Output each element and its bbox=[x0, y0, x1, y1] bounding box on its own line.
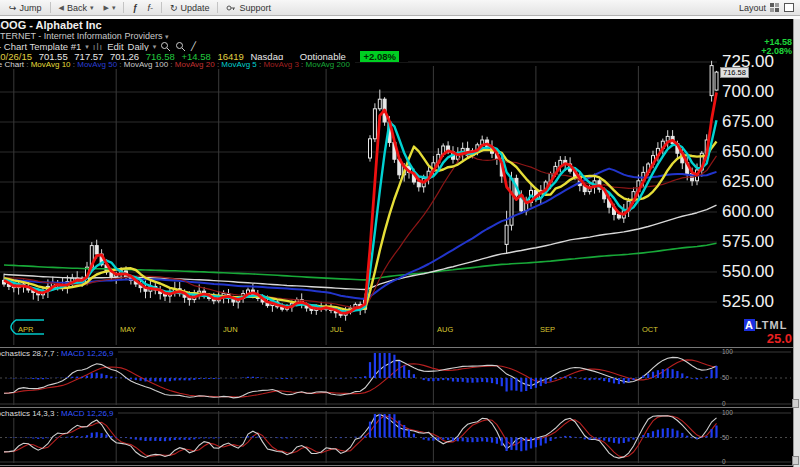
formula-button[interactable]: ƒ bbox=[127, 2, 142, 14]
chart-canvas[interactable] bbox=[0, 19, 793, 467]
panel-tick-label: 100 bbox=[722, 348, 733, 355]
month-label: SEP bbox=[540, 325, 555, 334]
legend-item[interactable]: MovAvg 20 bbox=[175, 60, 215, 69]
toolbar-separator bbox=[123, 2, 124, 13]
main-toolbar: ↪ Jump ◀ Back ▾ ▶ ▾ ƒ f- ↻ Update bbox=[0, 0, 800, 16]
legend-item[interactable]: MovAvg 5 bbox=[221, 60, 256, 69]
toolbar-separator bbox=[161, 2, 162, 13]
support-button[interactable]: Support bbox=[221, 2, 276, 14]
layout-single-icon[interactable] bbox=[784, 3, 794, 12]
sector-dropdown[interactable]: INTERNET - Internet Information Provider… bbox=[0, 31, 173, 41]
scale-buttons: ALTML bbox=[744, 319, 788, 331]
toolbar-separator bbox=[217, 2, 218, 13]
price-axis-label: 700.00 bbox=[722, 82, 774, 102]
panel-tick-label: 0 bbox=[722, 400, 726, 407]
panel-tick-label: 50 bbox=[722, 374, 729, 381]
gridlines bbox=[0, 62, 791, 463]
legend-separator: : bbox=[168, 60, 175, 69]
forward-button[interactable]: ▶ ▾ bbox=[98, 3, 120, 13]
price-axis-label: 650.00 bbox=[722, 142, 774, 162]
toolbar-separator bbox=[50, 2, 51, 13]
month-label: JUL bbox=[330, 325, 343, 334]
period-dropdown-icon: ▾ bbox=[153, 43, 157, 51]
candles bbox=[3, 61, 719, 321]
month-label: MAY bbox=[120, 325, 136, 334]
scale-button-l4[interactable]: L bbox=[780, 319, 788, 331]
sector-dropdown-icon: ▾ bbox=[165, 33, 169, 40]
panel2-scroll-handle[interactable] bbox=[792, 456, 799, 465]
price-axis-label: 625.00 bbox=[722, 172, 774, 192]
axis-change-pct: +2.08% bbox=[712, 46, 792, 56]
month-label: OCT bbox=[642, 325, 658, 334]
panel-separators bbox=[0, 348, 793, 466]
legend-item[interactable]: MovAvg 10 bbox=[31, 60, 71, 69]
layout-label: Layout bbox=[739, 3, 766, 13]
legend-item[interactable]: MovAvg 50 bbox=[77, 60, 117, 69]
legend-separator: : bbox=[117, 60, 124, 69]
layout-grid-icon[interactable] bbox=[770, 3, 780, 12]
legend-separator: : bbox=[299, 60, 306, 69]
legend-item[interactable]: MovAvg 200 bbox=[306, 60, 350, 69]
price-axis-label: 675.00 bbox=[722, 112, 774, 132]
template-dropdown-icon: ▾ bbox=[85, 43, 89, 51]
indicator-panel-1 bbox=[4, 353, 717, 398]
fx-icon: ƒ bbox=[132, 3, 137, 13]
last-price-marker: 716.58 bbox=[720, 67, 749, 78]
stoch-panel-1-label[interactable]: Stochastics 28,7,7 : MACD 12,26,9 bbox=[0, 349, 118, 358]
legend-item[interactable]: Price Chart bbox=[0, 60, 24, 69]
back-dropdown-icon: ▾ bbox=[90, 4, 94, 12]
trading-app-window: ↪ Jump ◀ Back ▾ ▶ ▾ ƒ f- ↻ Update bbox=[0, 0, 800, 467]
forward-icon: ▶ bbox=[103, 4, 108, 12]
price-axis-label: 575.00 bbox=[722, 232, 774, 252]
legend-separator: : bbox=[24, 60, 31, 69]
jump-icon: ↪ bbox=[9, 3, 17, 13]
formula2-button[interactable]: f- bbox=[142, 2, 158, 14]
legend-item[interactable]: MovAvg 3 bbox=[263, 60, 298, 69]
price-axis-label: 550.00 bbox=[722, 262, 774, 282]
price-axis-label: 600.00 bbox=[722, 202, 774, 222]
stoch-panel-2-label[interactable]: Stochastics 14,3,3 : MACD 12,26,9 bbox=[0, 409, 118, 418]
ma-5-line bbox=[4, 120, 717, 311]
update-button[interactable]: ↻ Update bbox=[165, 2, 215, 14]
scale-button-a0[interactable]: A bbox=[744, 319, 755, 331]
panel-tick-label: 100 bbox=[722, 409, 733, 416]
fx2-icon: f- bbox=[147, 3, 153, 13]
forward-dropdown-icon: ▾ bbox=[112, 4, 116, 12]
price-axis-label: 525.00 bbox=[722, 292, 774, 312]
scale-button-t2[interactable]: T bbox=[762, 319, 770, 331]
key-icon bbox=[226, 3, 236, 13]
panel1-scroll-handle[interactable] bbox=[792, 399, 799, 408]
legend-item[interactable]: MovAvg 100 bbox=[124, 60, 168, 69]
scale-button-l1[interactable]: L bbox=[755, 319, 762, 331]
month-label: APR bbox=[18, 325, 33, 334]
panel-tick-label: 0 bbox=[722, 458, 726, 465]
axis-bottom-value: 25.0 bbox=[748, 331, 792, 346]
month-label: JUN bbox=[223, 325, 238, 334]
back-button[interactable]: ◀ Back ▾ bbox=[54, 2, 99, 14]
panel-tick-label: 50 bbox=[722, 434, 729, 441]
change-pct-badge: +2.08% bbox=[360, 51, 399, 62]
update-icon: ↻ bbox=[170, 3, 178, 13]
symbol-title: GOOG - Alphabet Inc bbox=[0, 19, 107, 31]
legend-line: Price Chart : MovAvg 10 : MovAvg 50 : Mo… bbox=[0, 60, 355, 69]
scale-button-m3[interactable]: M bbox=[770, 319, 780, 331]
indicator-panel-2 bbox=[4, 414, 717, 458]
ma-20-line bbox=[4, 154, 717, 308]
month-label: AUG bbox=[437, 325, 453, 334]
back-icon: ◀ bbox=[59, 4, 64, 12]
ma-10-line bbox=[4, 142, 717, 310]
jump-button[interactable]: ↪ Jump bbox=[4, 2, 47, 14]
